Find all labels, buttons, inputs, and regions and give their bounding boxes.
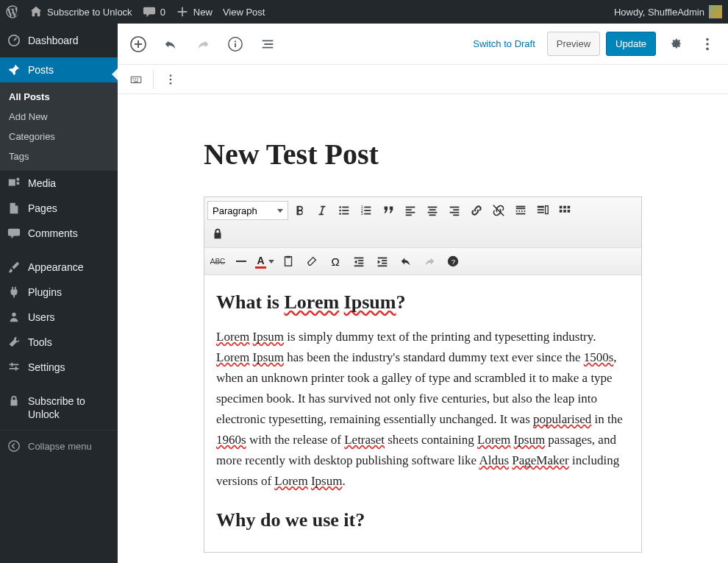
update-button[interactable]: Update [606,32,656,56]
help-icon: ? [446,255,460,268]
home-icon [29,5,43,18]
sidebar-item-plugins[interactable]: Plugins [0,280,118,305]
svg-point-11 [170,74,172,77]
chevron-down-icon [277,209,283,213]
svg-rect-35 [453,209,459,210]
svg-rect-39 [516,208,526,209]
hr-button[interactable] [231,251,251,272]
submenu-all-posts[interactable]: All Posts [0,87,118,107]
link-icon [470,204,483,217]
undo2-button[interactable] [396,251,416,272]
block-more-button[interactable] [158,67,183,92]
paste-button[interactable] [278,251,299,272]
comments-link[interactable]: 0 [143,5,165,18]
admin-bar: Subscribe to Unlock 0 New View Post Howd… [0,0,728,24]
textcolor-button[interactable]: A [254,251,275,272]
toolbar-toggle-button[interactable] [554,200,575,221]
comments-icon [7,227,21,240]
svg-rect-6 [235,43,236,47]
ol-button[interactable]: 123 [356,200,377,221]
site-name-link[interactable]: Subscribe to Unlock [29,5,132,18]
svg-rect-26 [406,207,415,208]
format-dropdown[interactable]: Paragraph [207,201,288,220]
sidebar-item-tools[interactable]: Tools [0,330,118,355]
collapse-menu[interactable]: Collapse menu [0,430,118,458]
ul-icon [338,204,351,217]
wp-logo[interactable] [6,5,19,18]
collapse-label: Collapse menu [28,441,92,452]
align-center-button[interactable] [422,200,443,221]
editor-wrap: Switch to Draft Preview Update New Test … [118,24,728,563]
pages-icon [7,202,21,215]
link-button[interactable] [466,200,487,221]
redo-button[interactable] [190,31,216,57]
chevron-down-icon [268,260,274,263]
outdent-button[interactable] [349,251,369,272]
sidebar-item-users[interactable]: Users [0,305,118,330]
text: PageMaker [512,453,568,467]
help-button[interactable]: ? [443,251,463,272]
classic-editor-block: Paragraph 123 [204,196,642,553]
italic-button[interactable] [312,200,332,221]
sidebar-item-dashboard[interactable]: Dashboard [0,24,118,57]
post-title-input[interactable]: New Test Post [204,137,642,171]
submenu-categories[interactable]: Categories [0,127,118,146]
submenu-tags[interactable]: Tags [0,146,118,166]
my-account[interactable]: Howdy, ShuffleAdmin [614,5,722,18]
sidebar-item-subscribe[interactable]: Subscribe to Unlock [0,389,118,427]
users-icon [7,311,21,324]
text: Lorem [284,291,339,313]
site-name-text: Subscribe to Unlock [47,7,132,18]
kebab-icon [699,36,715,52]
quote-button[interactable] [378,200,399,221]
dashboard-icon [7,34,21,47]
sidebar-item-posts[interactable]: Posts [0,57,118,82]
lock-button[interactable] [207,224,228,244]
sidebar-item-pages[interactable]: Pages [0,196,118,221]
redo2-button[interactable] [419,251,440,272]
sidebar-label: Appearance [28,261,84,273]
align-right-button[interactable] [444,200,465,221]
undo-button[interactable] [157,31,184,57]
strike-button[interactable]: ABC [207,251,228,272]
char-button[interactable]: Ω [325,251,346,272]
more-menu-button[interactable] [694,31,721,57]
svg-rect-53 [354,258,364,259]
info-button[interactable] [222,31,249,57]
settings-gear-button[interactable] [662,31,688,57]
outline-button[interactable] [254,31,281,57]
switch-to-draft[interactable]: Switch to Draft [467,38,541,49]
svg-rect-59 [382,263,387,264]
sidebar-item-settings[interactable]: Settings [0,355,118,380]
wordpress-icon [6,5,19,18]
media-icon [7,177,21,190]
unlink-button[interactable] [488,200,509,221]
more-button[interactable] [510,200,531,221]
ul-button[interactable] [334,200,354,221]
text: Lorem [274,474,307,488]
add-block-button[interactable] [125,31,151,57]
align-left-button[interactable] [400,200,421,221]
avatar [709,5,722,18]
admin-sidebar: Dashboard Posts All Posts Add New Catego… [0,24,118,563]
editor-scroll-area[interactable]: New Test Post Paragraph 123 [118,94,728,563]
new-link[interactable]: New [176,5,213,18]
new-label: New [193,7,213,18]
submenu-add-new[interactable]: Add New [0,107,118,127]
sidebar-label: Subscribe to Unlock [28,394,110,421]
preview-button[interactable]: Preview [547,32,600,56]
indent-button[interactable] [372,251,393,272]
bold-button[interactable] [290,200,310,221]
sidebar-item-comments[interactable]: Comments [0,221,118,246]
sidebar-item-appearance[interactable]: Appearance [0,255,118,280]
clear-format-button[interactable] [301,251,322,272]
undo-icon [163,36,179,52]
view-post-link[interactable]: View Post [223,7,265,18]
unlink-icon [492,204,505,217]
stul-button[interactable] [532,200,553,221]
content-editor[interactable]: What is Lorem Ipsum? Lorem Ipsum is simp… [204,275,641,552]
text: Ipsum [311,474,343,488]
sidebar-label: Media [28,177,56,189]
keyboard-icon-button[interactable] [124,67,149,92]
sidebar-item-media[interactable]: Media [0,171,118,196]
